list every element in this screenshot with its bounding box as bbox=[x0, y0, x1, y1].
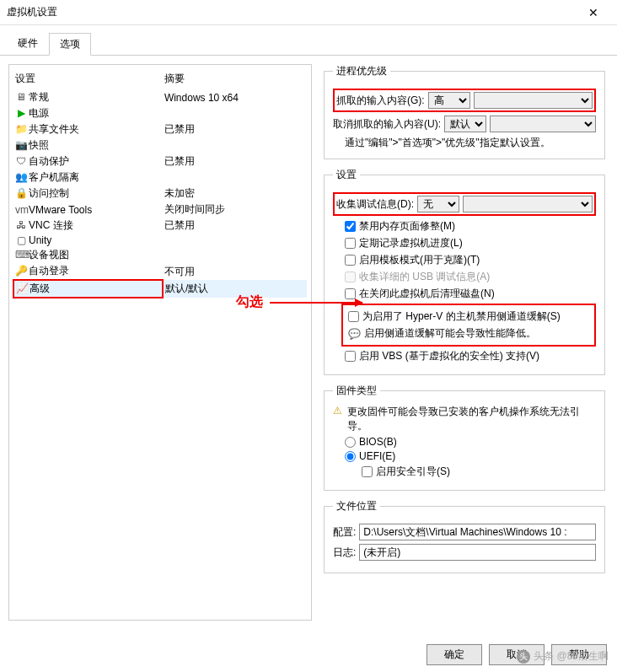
chk-secure-boot[interactable] bbox=[362, 466, 373, 477]
titlebar: 虚拟机设置 ✕ bbox=[0, 0, 617, 25]
list-item[interactable]: 👥客户机隔离 bbox=[13, 169, 307, 185]
debug-select-ext[interactable] bbox=[463, 196, 593, 212]
list-item[interactable]: 🔑自动登录不可用 bbox=[13, 263, 307, 280]
chk-hyperv[interactable] bbox=[348, 311, 359, 322]
list-item[interactable]: ⌨设备视图 bbox=[13, 247, 307, 263]
group-priority: 进程优先级 抓取的输入内容(G): 高 取消抓取的输入内容(U): 默认 通过"… bbox=[324, 64, 605, 159]
grabbed-select[interactable]: 高 bbox=[428, 92, 470, 109]
item-icon: 📁 bbox=[15, 123, 27, 135]
settings-list: 设置 摘要 🖥常规Windows 10 x64▶电源📁共享文件夹已禁用📷快照🛡自… bbox=[8, 64, 312, 621]
list-item[interactable]: 🖧VNC 连接已禁用 bbox=[13, 218, 307, 234]
item-icon: 📷 bbox=[15, 139, 27, 151]
item-icon: ▢ bbox=[15, 234, 27, 246]
list-item[interactable]: ▢Unity bbox=[13, 234, 307, 247]
list-item[interactable]: vmVMware Tools关闭时间同步 bbox=[13, 202, 307, 218]
info-icon: 💬 bbox=[348, 328, 361, 340]
list-item[interactable]: 📷快照 bbox=[13, 137, 307, 153]
col-setting: 设置 bbox=[13, 68, 163, 89]
grabbed-select-ext[interactable] bbox=[474, 92, 593, 109]
ungrabbed-select-ext[interactable] bbox=[490, 116, 596, 132]
grabbed-label: 抓取的输入内容(G): bbox=[336, 94, 425, 108]
item-icon: 🔒 bbox=[15, 187, 27, 199]
radio-uefi[interactable] bbox=[345, 451, 356, 462]
list-item[interactable]: ▶电源 bbox=[13, 105, 307, 121]
col-summary: 摘要 bbox=[163, 68, 307, 89]
item-icon: vm bbox=[15, 204, 27, 216]
ungrabbed-label: 取消抓取的输入内容(U): bbox=[333, 117, 441, 132]
window-title: 虚拟机设置 bbox=[7, 5, 577, 19]
tab-hardware[interactable]: 硬件 bbox=[7, 32, 49, 55]
chk-template[interactable] bbox=[345, 255, 356, 266]
item-icon: ▶ bbox=[15, 107, 27, 119]
config-label: 配置: bbox=[333, 525, 356, 540]
list-item[interactable]: 🖥常规Windows 10 x64 bbox=[13, 89, 307, 105]
debug-select[interactable]: 无 bbox=[417, 196, 459, 212]
log-path[interactable] bbox=[359, 544, 596, 561]
tab-bar: 硬件 选项 bbox=[0, 25, 617, 56]
item-icon: 🛡 bbox=[15, 155, 27, 167]
ok-button[interactable]: 确定 bbox=[427, 644, 482, 665]
group-firmware: 固件类型 ⚠更改固件可能会导致已安装的客户机操作系统无法引导。 BIOS(B) … bbox=[324, 384, 605, 491]
debug-label: 收集调试信息(D): bbox=[336, 197, 414, 212]
chk-usb-debug bbox=[345, 271, 356, 282]
warning-icon: ⚠ bbox=[333, 405, 342, 433]
list-item[interactable]: 📁共享文件夹已禁用 bbox=[13, 121, 307, 137]
log-label: 日志: bbox=[333, 546, 356, 560]
close-icon[interactable]: ✕ bbox=[577, 6, 610, 19]
ungrabbed-select[interactable]: 默认 bbox=[444, 116, 486, 132]
arrow-icon bbox=[270, 302, 362, 304]
tab-options[interactable]: 选项 bbox=[49, 33, 91, 56]
priority-note: 通过"编辑">"首选项">"优先级"指定默认设置。 bbox=[345, 136, 596, 150]
list-item[interactable]: 🛡自动保护已禁用 bbox=[13, 153, 307, 169]
config-path[interactable] bbox=[359, 524, 596, 540]
group-fileloc: 文件位置 配置: 日志: bbox=[324, 499, 605, 573]
item-icon: 🔑 bbox=[15, 265, 27, 277]
annotation-callout: 勾选 bbox=[236, 293, 362, 311]
watermark-icon: 头 bbox=[517, 650, 530, 664]
item-icon: ⌨ bbox=[15, 249, 27, 261]
watermark: 头 头条 @80后生啊 bbox=[517, 649, 609, 664]
item-icon: 👥 bbox=[15, 171, 27, 183]
radio-bios[interactable] bbox=[345, 437, 356, 448]
chk-log-progress[interactable] bbox=[345, 238, 356, 249]
chk-mem-trim[interactable] bbox=[345, 221, 356, 232]
item-icon: 🖧 bbox=[15, 219, 27, 231]
list-item[interactable]: 🔒访问控制未加密 bbox=[13, 185, 307, 202]
item-icon: 🖥 bbox=[15, 91, 27, 103]
item-icon: 📈 bbox=[16, 282, 28, 294]
group-settings: 设置 收集调试信息(D): 无 禁用内存页面修整(M) 定期记录虚拟机进度(L)… bbox=[324, 168, 605, 375]
chk-vbs[interactable] bbox=[345, 351, 356, 362]
